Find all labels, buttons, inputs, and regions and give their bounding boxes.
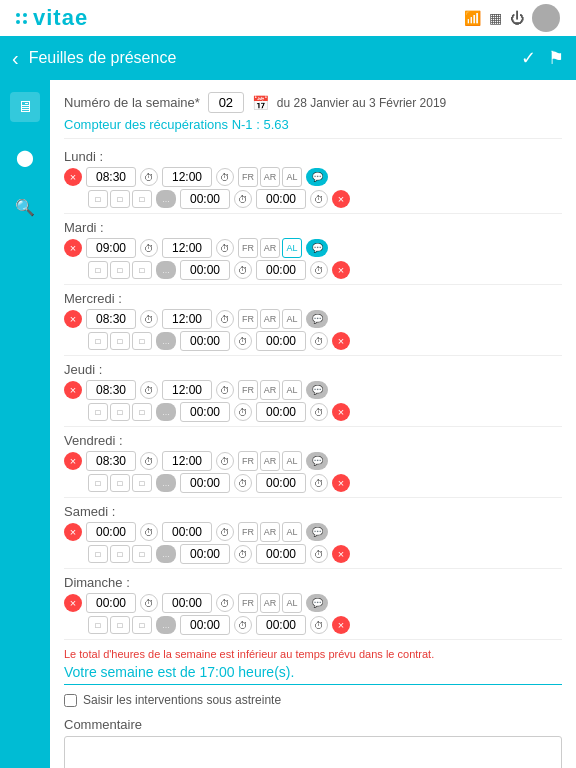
- clock-btn-end-1[interactable]: ⏱: [216, 239, 234, 257]
- extra-end-3[interactable]: [256, 402, 306, 422]
- extra-start-3[interactable]: [180, 402, 230, 422]
- extra-end-1[interactable]: [256, 260, 306, 280]
- chat-icon-6[interactable]: 💬: [306, 594, 328, 612]
- small-icon-AL-3[interactable]: AL: [282, 380, 302, 400]
- chat-icon-4[interactable]: 💬: [306, 452, 328, 470]
- flag-button[interactable]: ⚑: [548, 47, 564, 69]
- clock-btn-start-4[interactable]: ⏱: [140, 452, 158, 470]
- extra-start-6[interactable]: [180, 615, 230, 635]
- extra-start-5[interactable]: [180, 544, 230, 564]
- label-icon-1-0[interactable]: □: [110, 190, 130, 208]
- comment-small-5[interactable]: …: [156, 545, 176, 563]
- calendar-icon[interactable]: 📅: [252, 95, 269, 111]
- remove-btn-6[interactable]: ×: [64, 594, 82, 612]
- clock-btn-2-1[interactable]: ⏱: [234, 261, 252, 279]
- remove-extra-btn-3[interactable]: ⏱: [310, 403, 328, 421]
- small-icon-AL-1[interactable]: AL: [282, 238, 302, 258]
- label-icon-0-5[interactable]: □: [88, 545, 108, 563]
- sidebar-icon-search[interactable]: 🔍: [10, 192, 40, 222]
- extra-start-2[interactable]: [180, 331, 230, 351]
- sidebar-icon-circle[interactable]: ⬤: [10, 142, 40, 172]
- clock-btn-end-3[interactable]: ⏱: [216, 381, 234, 399]
- end-time-input-0[interactable]: [162, 167, 212, 187]
- small-icon-AR-3[interactable]: AR: [260, 380, 280, 400]
- chat-icon-0[interactable]: 💬: [306, 168, 328, 186]
- clock-btn-start-6[interactable]: ⏱: [140, 594, 158, 612]
- clock-btn-start-1[interactable]: ⏱: [140, 239, 158, 257]
- end-time-input-2[interactable]: [162, 309, 212, 329]
- remove-btn-0[interactable]: ×: [64, 168, 82, 186]
- label-icon-2-5[interactable]: □: [132, 545, 152, 563]
- remove-extra-x-4[interactable]: ×: [332, 474, 350, 492]
- small-icon-AL-4[interactable]: AL: [282, 451, 302, 471]
- remove-extra-btn-0[interactable]: ⏱: [310, 190, 328, 208]
- remove-extra-x-1[interactable]: ×: [332, 261, 350, 279]
- remove-btn-1[interactable]: ×: [64, 239, 82, 257]
- label-icon-2-6[interactable]: □: [132, 616, 152, 634]
- small-icon-AR-6[interactable]: AR: [260, 593, 280, 613]
- clock-btn-end-5[interactable]: ⏱: [216, 523, 234, 541]
- remove-btn-5[interactable]: ×: [64, 523, 82, 541]
- small-icon-FR-3[interactable]: FR: [238, 380, 258, 400]
- small-icon-FR-2[interactable]: FR: [238, 309, 258, 329]
- small-icon-AR-5[interactable]: AR: [260, 522, 280, 542]
- clock-btn-end-2[interactable]: ⏱: [216, 310, 234, 328]
- label-icon-1-3[interactable]: □: [110, 403, 130, 421]
- extra-start-0[interactable]: [180, 189, 230, 209]
- comment-small-6[interactable]: …: [156, 616, 176, 634]
- label-icon-1-2[interactable]: □: [110, 332, 130, 350]
- extra-end-6[interactable]: [256, 615, 306, 635]
- small-icon-AR-0[interactable]: AR: [260, 167, 280, 187]
- extra-start-1[interactable]: [180, 260, 230, 280]
- small-icon-FR-5[interactable]: FR: [238, 522, 258, 542]
- label-icon-2-4[interactable]: □: [132, 474, 152, 492]
- clock-btn-2-3[interactable]: ⏱: [234, 403, 252, 421]
- confirm-button[interactable]: ✓: [521, 47, 536, 69]
- remove-btn-2[interactable]: ×: [64, 310, 82, 328]
- label-icon-0-3[interactable]: □: [88, 403, 108, 421]
- label-icon-0-4[interactable]: □: [88, 474, 108, 492]
- small-icon-FR-6[interactable]: FR: [238, 593, 258, 613]
- end-time-input-5[interactable]: [162, 522, 212, 542]
- comment-textarea[interactable]: [64, 736, 562, 768]
- clock-btn-2-0[interactable]: ⏱: [234, 190, 252, 208]
- label-icon-1-4[interactable]: □: [110, 474, 130, 492]
- label-icon-0-6[interactable]: □: [88, 616, 108, 634]
- end-time-input-4[interactable]: [162, 451, 212, 471]
- remove-btn-3[interactable]: ×: [64, 381, 82, 399]
- comment-small-0[interactable]: …: [156, 190, 176, 208]
- remove-extra-btn-5[interactable]: ⏱: [310, 545, 328, 563]
- small-icon-FR-1[interactable]: FR: [238, 238, 258, 258]
- small-icon-AL-2[interactable]: AL: [282, 309, 302, 329]
- remove-extra-x-3[interactable]: ×: [332, 403, 350, 421]
- remove-extra-btn-4[interactable]: ⏱: [310, 474, 328, 492]
- small-icon-FR-0[interactable]: FR: [238, 167, 258, 187]
- clock-btn-2-5[interactable]: ⏱: [234, 545, 252, 563]
- remove-extra-x-5[interactable]: ×: [332, 545, 350, 563]
- remove-extra-x-2[interactable]: ×: [332, 332, 350, 350]
- remove-extra-x-6[interactable]: ×: [332, 616, 350, 634]
- clock-btn-start-3[interactable]: ⏱: [140, 381, 158, 399]
- small-icon-AL-5[interactable]: AL: [282, 522, 302, 542]
- label-icon-2-1[interactable]: □: [132, 261, 152, 279]
- clock-btn-2-6[interactable]: ⏱: [234, 616, 252, 634]
- extra-end-2[interactable]: [256, 331, 306, 351]
- start-time-input-0[interactable]: [86, 167, 136, 187]
- remove-extra-btn-1[interactable]: ⏱: [310, 261, 328, 279]
- chat-icon-5[interactable]: 💬: [306, 523, 328, 541]
- label-icon-1-1[interactable]: □: [110, 261, 130, 279]
- comment-small-3[interactable]: …: [156, 403, 176, 421]
- label-icon-0-1[interactable]: □: [88, 261, 108, 279]
- astreinte-checkbox[interactable]: [64, 694, 77, 707]
- label-icon-1-6[interactable]: □: [110, 616, 130, 634]
- start-time-input-3[interactable]: [86, 380, 136, 400]
- extra-end-5[interactable]: [256, 544, 306, 564]
- label-icon-2-3[interactable]: □: [132, 403, 152, 421]
- clock-btn-start-2[interactable]: ⏱: [140, 310, 158, 328]
- label-icon-1-5[interactable]: □: [110, 545, 130, 563]
- label-icon-0-0[interactable]: □: [88, 190, 108, 208]
- extra-end-0[interactable]: [256, 189, 306, 209]
- sidebar-icon-monitor[interactable]: 🖥: [10, 92, 40, 122]
- start-time-input-5[interactable]: [86, 522, 136, 542]
- clock-btn-end-6[interactable]: ⏱: [216, 594, 234, 612]
